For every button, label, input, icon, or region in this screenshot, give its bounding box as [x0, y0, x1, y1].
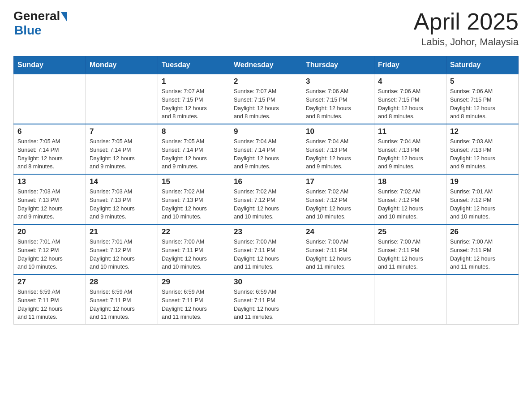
calendar-cell: 10Sunrise: 7:04 AMSunset: 7:13 PMDayligh…	[302, 124, 374, 174]
day-number: 6	[17, 127, 82, 136]
day-info: Sunrise: 7:00 AMSunset: 7:11 PMDaylight:…	[450, 238, 515, 271]
day-number: 3	[306, 77, 370, 86]
day-info: Sunrise: 7:02 AMSunset: 7:12 PMDaylight:…	[378, 188, 442, 221]
day-info: Sunrise: 7:02 AMSunset: 7:13 PMDaylight:…	[162, 188, 226, 221]
day-number: 27	[17, 278, 82, 287]
day-number: 7	[90, 127, 154, 136]
day-number: 22	[162, 227, 226, 236]
day-number: 13	[17, 177, 82, 186]
day-info: Sunrise: 7:05 AMSunset: 7:14 PMDaylight:…	[90, 137, 154, 171]
calendar-cell: 5Sunrise: 7:06 AMSunset: 7:15 PMDaylight…	[446, 74, 519, 124]
day-number: 25	[378, 227, 442, 236]
day-info: Sunrise: 7:01 AMSunset: 7:12 PMDaylight:…	[17, 238, 82, 271]
header-sunday: Sunday	[14, 56, 86, 74]
day-number: 1	[162, 77, 226, 86]
day-number: 23	[234, 227, 298, 236]
week-row-2: 6Sunrise: 7:05 AMSunset: 7:14 PMDaylight…	[14, 124, 519, 174]
calendar-cell: 6Sunrise: 7:05 AMSunset: 7:14 PMDaylight…	[14, 124, 86, 174]
calendar-cell: 27Sunrise: 6:59 AMSunset: 7:11 PMDayligh…	[14, 274, 86, 325]
calendar-cell: 20Sunrise: 7:01 AMSunset: 7:12 PMDayligh…	[14, 224, 86, 274]
calendar-cell: 15Sunrise: 7:02 AMSunset: 7:13 PMDayligh…	[158, 174, 230, 224]
calendar-cell: 2Sunrise: 7:07 AMSunset: 7:15 PMDaylight…	[230, 74, 302, 124]
day-info: Sunrise: 7:07 AMSunset: 7:15 PMDaylight:…	[234, 87, 298, 121]
logo-triangle-icon	[61, 12, 67, 22]
day-number: 14	[90, 177, 154, 186]
day-number: 2	[234, 77, 298, 86]
header-saturday: Saturday	[446, 56, 519, 74]
day-info: Sunrise: 7:04 AMSunset: 7:14 PMDaylight:…	[234, 137, 298, 171]
calendar-table: SundayMondayTuesdayWednesdayThursdayFrid…	[13, 56, 519, 325]
calendar-cell: 25Sunrise: 7:00 AMSunset: 7:11 PMDayligh…	[374, 224, 446, 274]
day-info: Sunrise: 7:03 AMSunset: 7:13 PMDaylight:…	[450, 137, 515, 171]
weekday-header-row: SundayMondayTuesdayWednesdayThursdayFrid…	[14, 56, 519, 74]
day-number: 21	[90, 227, 154, 236]
week-row-5: 27Sunrise: 6:59 AMSunset: 7:11 PMDayligh…	[14, 274, 519, 325]
day-number: 9	[234, 127, 298, 136]
calendar-cell: 26Sunrise: 7:00 AMSunset: 7:11 PMDayligh…	[446, 224, 519, 274]
calendar-cell: 24Sunrise: 7:00 AMSunset: 7:11 PMDayligh…	[302, 224, 374, 274]
day-number: 28	[90, 278, 154, 287]
calendar-cell: 13Sunrise: 7:03 AMSunset: 7:13 PMDayligh…	[14, 174, 86, 224]
day-number: 16	[234, 177, 298, 186]
calendar-cell: 16Sunrise: 7:02 AMSunset: 7:12 PMDayligh…	[230, 174, 302, 224]
day-info: Sunrise: 7:00 AMSunset: 7:11 PMDaylight:…	[234, 238, 298, 271]
calendar-cell: 11Sunrise: 7:04 AMSunset: 7:13 PMDayligh…	[374, 124, 446, 174]
day-info: Sunrise: 7:04 AMSunset: 7:13 PMDaylight:…	[306, 137, 370, 171]
calendar-cell: 22Sunrise: 7:00 AMSunset: 7:11 PMDayligh…	[158, 224, 230, 274]
day-number: 15	[162, 177, 226, 186]
header-wednesday: Wednesday	[230, 56, 302, 74]
day-number: 17	[306, 177, 370, 186]
day-info: Sunrise: 7:01 AMSunset: 7:12 PMDaylight:…	[90, 238, 154, 271]
day-info: Sunrise: 7:03 AMSunset: 7:13 PMDaylight:…	[17, 188, 82, 221]
header-tuesday: Tuesday	[158, 56, 230, 74]
calendar-cell	[86, 74, 158, 124]
week-row-1: 1Sunrise: 7:07 AMSunset: 7:15 PMDaylight…	[14, 74, 519, 124]
day-info: Sunrise: 6:59 AMSunset: 7:11 PMDaylight:…	[234, 288, 298, 321]
day-info: Sunrise: 7:02 AMSunset: 7:12 PMDaylight:…	[306, 188, 370, 221]
week-row-4: 20Sunrise: 7:01 AMSunset: 7:12 PMDayligh…	[14, 224, 519, 274]
title-section: April 2025 Labis, Johor, Malaysia	[414, 9, 519, 48]
day-number: 5	[450, 77, 515, 86]
calendar-cell	[14, 74, 86, 124]
day-info: Sunrise: 7:06 AMSunset: 7:15 PMDaylight:…	[450, 87, 515, 121]
calendar-cell	[446, 274, 519, 325]
day-info: Sunrise: 7:06 AMSunset: 7:15 PMDaylight:…	[306, 87, 370, 121]
month-title: April 2025	[414, 9, 519, 34]
header-monday: Monday	[86, 56, 158, 74]
calendar-cell: 19Sunrise: 7:01 AMSunset: 7:12 PMDayligh…	[446, 174, 519, 224]
day-number: 4	[378, 77, 442, 86]
header-friday: Friday	[374, 56, 446, 74]
calendar-cell: 12Sunrise: 7:03 AMSunset: 7:13 PMDayligh…	[446, 124, 519, 174]
day-info: Sunrise: 7:00 AMSunset: 7:11 PMDaylight:…	[162, 238, 226, 271]
calendar-cell: 1Sunrise: 7:07 AMSunset: 7:15 PMDaylight…	[158, 74, 230, 124]
day-info: Sunrise: 7:00 AMSunset: 7:11 PMDaylight:…	[378, 238, 442, 271]
day-info: Sunrise: 7:03 AMSunset: 7:13 PMDaylight:…	[90, 188, 154, 221]
calendar-cell: 30Sunrise: 6:59 AMSunset: 7:11 PMDayligh…	[230, 274, 302, 325]
day-info: Sunrise: 6:59 AMSunset: 7:11 PMDaylight:…	[90, 288, 154, 321]
day-number: 8	[162, 127, 226, 136]
calendar-cell	[302, 274, 374, 325]
calendar-cell: 21Sunrise: 7:01 AMSunset: 7:12 PMDayligh…	[86, 224, 158, 274]
day-info: Sunrise: 7:06 AMSunset: 7:15 PMDaylight:…	[378, 87, 442, 121]
header-thursday: Thursday	[302, 56, 374, 74]
day-info: Sunrise: 7:04 AMSunset: 7:13 PMDaylight:…	[378, 137, 442, 171]
day-number: 19	[450, 177, 515, 186]
page-header: General Blue April 2025 Labis, Johor, Ma…	[13, 9, 519, 48]
calendar-cell: 7Sunrise: 7:05 AMSunset: 7:14 PMDaylight…	[86, 124, 158, 174]
day-info: Sunrise: 7:05 AMSunset: 7:14 PMDaylight:…	[162, 137, 226, 171]
day-info: Sunrise: 7:00 AMSunset: 7:11 PMDaylight:…	[306, 238, 370, 271]
day-number: 20	[17, 227, 82, 236]
day-info: Sunrise: 7:05 AMSunset: 7:14 PMDaylight:…	[17, 137, 82, 171]
day-number: 18	[378, 177, 442, 186]
day-number: 12	[450, 127, 515, 136]
day-number: 30	[234, 278, 298, 287]
calendar-cell: 29Sunrise: 6:59 AMSunset: 7:11 PMDayligh…	[158, 274, 230, 325]
day-number: 10	[306, 127, 370, 136]
logo-general-text: General	[13, 9, 60, 23]
day-number: 26	[450, 227, 515, 236]
calendar-cell: 9Sunrise: 7:04 AMSunset: 7:14 PMDaylight…	[230, 124, 302, 174]
location-title: Labis, Johor, Malaysia	[414, 36, 519, 48]
week-row-3: 13Sunrise: 7:03 AMSunset: 7:13 PMDayligh…	[14, 174, 519, 224]
day-info: Sunrise: 7:02 AMSunset: 7:12 PMDaylight:…	[234, 188, 298, 221]
calendar-cell: 18Sunrise: 7:02 AMSunset: 7:12 PMDayligh…	[374, 174, 446, 224]
